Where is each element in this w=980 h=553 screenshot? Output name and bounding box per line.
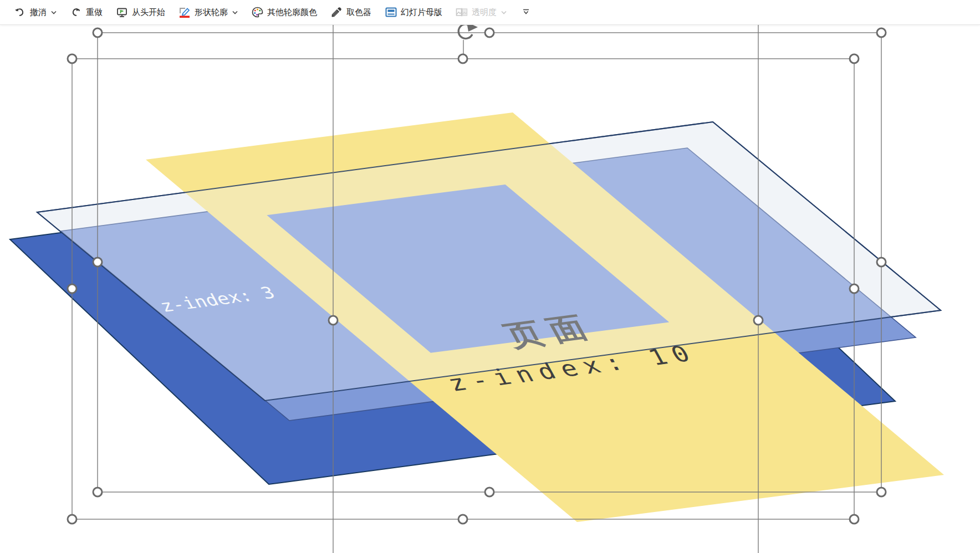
transparency-label: 透明度 <box>472 7 497 18</box>
undo-label: 撤消 <box>30 7 47 18</box>
slide-master-icon <box>385 6 397 18</box>
selection-handle[interactable] <box>850 284 859 293</box>
transparency-button: 透明度 <box>449 3 513 22</box>
selection-handle[interactable] <box>850 515 859 524</box>
color-palette-icon <box>251 6 263 18</box>
play-from-start-icon <box>116 6 128 18</box>
selection-handle[interactable] <box>68 515 76 524</box>
selection-handle[interactable] <box>93 258 102 267</box>
redo-icon <box>70 6 82 18</box>
selection-handle[interactable] <box>329 316 338 325</box>
selection-handle[interactable] <box>877 488 886 496</box>
slide-master-button[interactable]: 幻灯片母版 <box>378 3 449 22</box>
selection-handle[interactable] <box>93 28 102 37</box>
slide-canvas: z-index: 3 页面 z-index: 10 <box>0 0 980 553</box>
quick-access-toolbar: 撤消 重做 从头开始 <box>0 0 980 25</box>
shape-outline-icon <box>178 6 191 18</box>
selection-handle[interactable] <box>850 54 859 63</box>
more-outline-colors-label: 其他轮廓颜色 <box>267 7 317 18</box>
chevron-down-icon[interactable] <box>51 11 57 14</box>
selection-handle[interactable] <box>93 488 102 496</box>
presentation-editor: { "toolbar": { "items": [ { "id": "undo"… <box>0 0 980 553</box>
shape-outline-label: 形状轮廓 <box>195 7 228 18</box>
selection-handle[interactable] <box>68 54 76 63</box>
eyedropper-button[interactable]: 取色器 <box>324 3 378 22</box>
selection-handle[interactable] <box>458 515 467 524</box>
chevron-down-icon[interactable] <box>232 11 238 14</box>
undo-icon <box>14 6 26 18</box>
selection-handle[interactable] <box>754 316 763 325</box>
selection-handle[interactable] <box>877 28 886 37</box>
selection-handle[interactable] <box>485 28 494 37</box>
start-from-beginning-button[interactable]: 从头开始 <box>109 3 172 22</box>
shape-outline-button[interactable]: 形状轮廓 <box>172 3 244 22</box>
redo-button[interactable]: 重做 <box>63 3 109 22</box>
slide-master-label: 幻灯片母版 <box>401 7 442 18</box>
selection-handle[interactable] <box>485 488 494 496</box>
start-from-beginning-label: 从头开始 <box>132 7 165 18</box>
chevron-down-icon <box>501 11 507 14</box>
eyedropper-icon <box>330 6 343 18</box>
eyedropper-label: 取色器 <box>346 7 371 18</box>
selection-handle[interactable] <box>68 284 76 293</box>
transparency-icon <box>456 6 468 18</box>
selection-handle[interactable] <box>877 258 886 267</box>
redo-label: 重做 <box>86 7 103 18</box>
toolbar-overflow-button[interactable] <box>518 3 534 22</box>
overflow-chevron-icon <box>522 7 530 17</box>
selection-handle[interactable] <box>458 54 467 63</box>
undo-button[interactable]: 撤消 <box>7 3 63 22</box>
more-outline-colors-button[interactable]: 其他轮廓颜色 <box>244 3 324 22</box>
